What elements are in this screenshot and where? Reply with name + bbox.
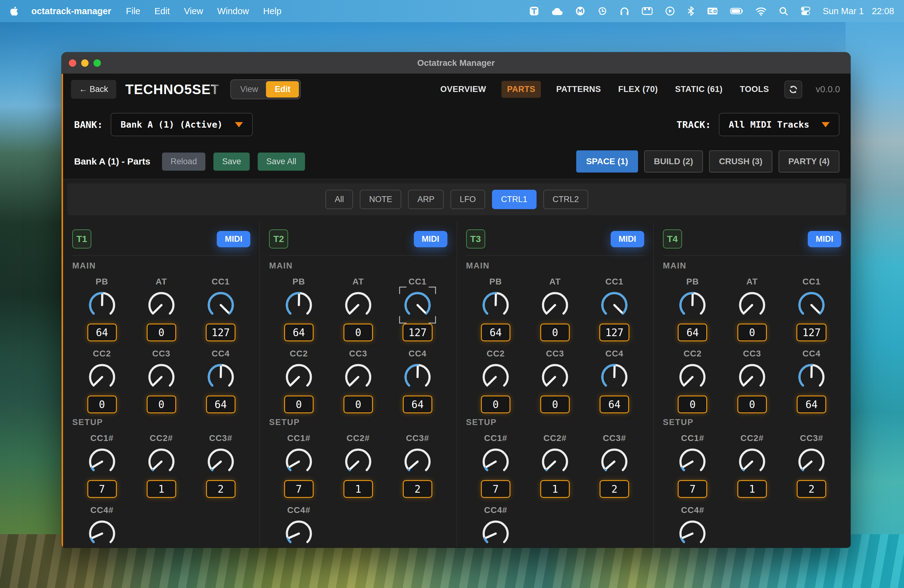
- save-all-button[interactable]: Save All: [258, 153, 305, 171]
- knob-cc2[interactable]: [342, 446, 374, 477]
- knob-value-cc3[interactable]: 0: [737, 395, 767, 413]
- knob-value-cc3[interactable]: 2: [206, 480, 235, 498]
- time-machine-icon[interactable]: [597, 6, 608, 16]
- edit-toggle-button[interactable]: Edit: [266, 81, 299, 98]
- knob-at[interactable]: [145, 289, 177, 321]
- cloud-icon[interactable]: [551, 6, 563, 16]
- refresh-button[interactable]: [784, 81, 802, 98]
- knob-value-cc2[interactable]: 1: [737, 480, 767, 498]
- knob-value-pb[interactable]: 64: [284, 324, 314, 341]
- nav-flex-70[interactable]: FLEX (70): [616, 81, 659, 98]
- knob-pb[interactable]: [480, 289, 512, 321]
- track-badge-t2[interactable]: T2: [269, 229, 288, 248]
- knob-pb[interactable]: [283, 289, 315, 321]
- knob-cc4[interactable]: [480, 518, 512, 548]
- back-button[interactable]: ← Back: [71, 80, 116, 99]
- knob-pb[interactable]: [676, 289, 708, 321]
- knob-at[interactable]: [736, 289, 768, 321]
- knob-cc3[interactable]: [795, 446, 827, 477]
- knob-cc2[interactable]: [736, 446, 768, 477]
- knob-value-cc3[interactable]: 0: [343, 395, 373, 413]
- play-icon[interactable]: [665, 6, 675, 16]
- menu-view[interactable]: View: [184, 6, 203, 16]
- knob-value-cc1[interactable]: 7: [284, 480, 314, 498]
- nav-tools[interactable]: TOOLS: [738, 81, 771, 98]
- knob-value-cc1[interactable]: 7: [678, 480, 707, 498]
- knob-cc4[interactable]: [401, 361, 433, 393]
- knob-at[interactable]: [539, 289, 571, 321]
- menubar-date[interactable]: Sun Mar 1: [823, 6, 864, 16]
- knob-cc1[interactable]: [676, 446, 708, 477]
- knob-value-cc4[interactable]: 64: [600, 395, 629, 413]
- filter-arp-button[interactable]: ARP: [408, 190, 444, 209]
- knob-value-cc1[interactable]: 7: [481, 480, 510, 498]
- knob-value-cc1[interactable]: 127: [797, 324, 827, 341]
- knob-value-pb[interactable]: 64: [678, 324, 707, 341]
- knob-cc2[interactable]: [539, 446, 571, 477]
- knob-cc3[interactable]: [401, 446, 433, 477]
- knob-value-cc1[interactable]: 127: [403, 324, 433, 341]
- menu-edit[interactable]: Edit: [154, 6, 170, 16]
- filter-ctrl2-button[interactable]: CTRL2: [543, 190, 588, 209]
- menu-window[interactable]: Window: [217, 6, 249, 16]
- part-build-2-button[interactable]: BUILD (2): [644, 150, 703, 172]
- bluetooth-icon[interactable]: [687, 6, 695, 16]
- knob-value-cc2[interactable]: 0: [284, 395, 314, 413]
- knob-cc3[interactable]: [736, 361, 768, 393]
- part-space-1-button[interactable]: SPACE (1): [576, 150, 638, 172]
- knob-cc3[interactable]: [598, 446, 631, 477]
- knob-cc4[interactable]: [598, 361, 631, 393]
- knob-value-at[interactable]: 0: [343, 324, 373, 341]
- knob-value-at[interactable]: 0: [147, 324, 176, 341]
- knob-value-cc1[interactable]: 127: [206, 324, 236, 341]
- knob-cc3[interactable]: [205, 446, 237, 477]
- knob-cc2[interactable]: [145, 446, 177, 477]
- knob-value-cc2[interactable]: 0: [678, 395, 707, 413]
- battery-icon[interactable]: [730, 7, 743, 15]
- track-dropdown[interactable]: All MIDI Tracks: [719, 113, 839, 136]
- knob-cc4[interactable]: [676, 518, 708, 548]
- knob-value-pb[interactable]: 64: [87, 324, 117, 341]
- knob-value-cc1[interactable]: 127: [599, 324, 629, 341]
- knob-value-cc3[interactable]: 0: [540, 395, 570, 413]
- knob-cc2[interactable]: [676, 361, 708, 393]
- knob-value-cc3[interactable]: 2: [797, 480, 826, 498]
- filter-ctrl1-button[interactable]: CTRL1: [492, 190, 537, 209]
- knob-cc2[interactable]: [283, 361, 315, 393]
- knob-value-cc3[interactable]: 0: [147, 395, 176, 413]
- save-button[interactable]: Save: [213, 153, 250, 171]
- nav-static-61[interactable]: STATIC (61): [673, 81, 724, 98]
- knob-cc1[interactable]: [86, 446, 118, 477]
- knob-cc1[interactable]: [598, 289, 631, 321]
- menubar-app-name[interactable]: octatrack-manager: [32, 6, 111, 16]
- filter-lfo-button[interactable]: LFO: [450, 190, 485, 209]
- knob-cc4[interactable]: [205, 361, 237, 393]
- knob-cc4[interactable]: [283, 518, 315, 548]
- track-badge-t4[interactable]: T4: [663, 229, 682, 248]
- m-app-icon[interactable]: [575, 6, 585, 16]
- knob-value-cc3[interactable]: 2: [600, 480, 629, 498]
- menubar-time[interactable]: 22:08: [872, 6, 894, 16]
- nav-patterns[interactable]: PATTERNS: [555, 81, 603, 98]
- reload-button[interactable]: Reload: [162, 153, 206, 171]
- knob-value-cc4[interactable]: 64: [797, 395, 826, 413]
- knob-value-cc4[interactable]: 64: [206, 395, 235, 413]
- knob-value-pb[interactable]: 64: [481, 324, 510, 341]
- drive-icon[interactable]: [642, 6, 653, 16]
- knob-cc1[interactable]: [480, 446, 512, 477]
- knob-cc3[interactable]: [145, 361, 177, 393]
- knob-cc1[interactable]: [795, 289, 827, 321]
- knob-cc1[interactable]: [283, 446, 315, 477]
- apple-menu-icon[interactable]: [10, 6, 19, 17]
- part-party-4-button[interactable]: PARTY (4): [779, 150, 839, 172]
- knob-value-cc2[interactable]: 0: [87, 395, 117, 413]
- wifi-icon[interactable]: [755, 6, 767, 16]
- track-badge-t3[interactable]: T3: [466, 229, 485, 248]
- nav-overview[interactable]: OVERVIEW: [438, 81, 488, 98]
- knob-cc3[interactable]: [342, 361, 374, 393]
- filter-note-button[interactable]: NOTE: [360, 190, 401, 209]
- filter-all-button[interactable]: All: [325, 190, 353, 209]
- knob-value-cc1[interactable]: 7: [87, 480, 117, 498]
- search-icon[interactable]: [779, 6, 789, 16]
- headphones-icon[interactable]: [619, 6, 630, 16]
